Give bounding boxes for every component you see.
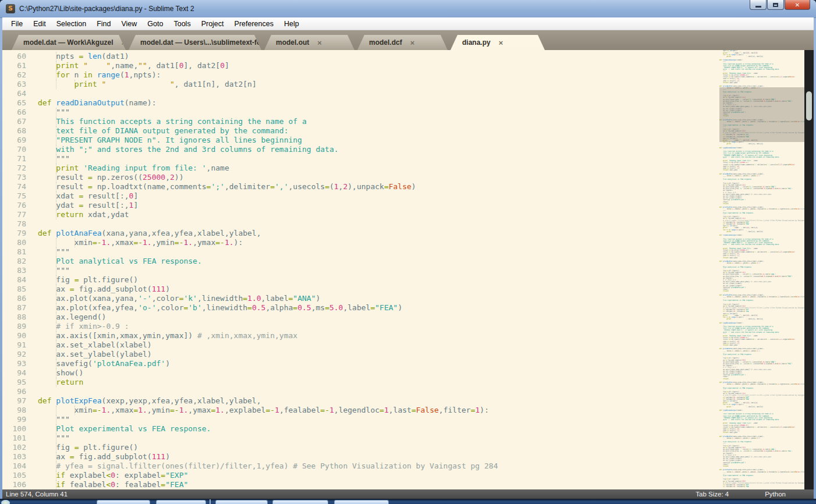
code-line[interactable]: 60 npts = len(dat1) bbox=[2, 52, 719, 61]
tab-close-icon[interactable]: × bbox=[499, 39, 503, 47]
code-line[interactable]: 91 ax.set_xlabel(xlabel) bbox=[2, 340, 719, 350]
taskbar-button[interactable] bbox=[97, 500, 150, 504]
menu-selection[interactable]: Selection bbox=[51, 17, 91, 30]
code-line[interactable]: 99 """ bbox=[2, 415, 719, 424]
code-line[interactable]: 69 "PRESENT GRAPH NODE n". It ignores al… bbox=[2, 136, 719, 145]
code-line[interactable]: 96 bbox=[2, 387, 719, 396]
tab-label: diana.py bbox=[462, 38, 491, 47]
code-line[interactable]: 105 if explabel<0: explabel="EXP" bbox=[2, 471, 719, 480]
taskbar-button[interactable] bbox=[215, 500, 268, 504]
code-line[interactable]: 80 xmin=-1.,xmax=-1.,ymin=-1.,ymax=-1.): bbox=[2, 238, 719, 247]
menu-tools[interactable]: Tools bbox=[168, 17, 196, 30]
tab-model.dcf[interactable]: model.dcf× bbox=[357, 35, 448, 50]
code-line[interactable]: 101 """ bbox=[2, 434, 719, 443]
indent-guide bbox=[56, 368, 56, 378]
menu-file[interactable]: File bbox=[6, 17, 28, 30]
code-line[interactable]: 65def readDianaOutput(name): bbox=[2, 98, 719, 108]
code-line[interactable]: 97def plotExpFea(xexp,yexp,xfea,yfea,xla… bbox=[2, 396, 719, 406]
minimize-button[interactable] bbox=[750, 0, 767, 10]
line-number: 80 bbox=[2, 238, 26, 247]
menu-help[interactable]: Help bbox=[279, 17, 304, 30]
line-number: 62 bbox=[2, 70, 26, 80]
code-line[interactable]: 61 print " ",name,"", dat1[0], dat2[0] bbox=[2, 61, 719, 70]
tab-diana.py[interactable]: diana.py× bbox=[450, 35, 545, 50]
code-line[interactable]: 70 with ";" and stores the 2nd and 3rd c… bbox=[2, 145, 719, 154]
taskbar-button[interactable] bbox=[272, 500, 328, 504]
menu-find[interactable]: Find bbox=[91, 17, 116, 30]
code-line[interactable]: 84 fig = plt.figure() bbox=[2, 275, 719, 285]
editor[interactable]: 60 npts = len(dat1)61 print " ",name,"",… bbox=[2, 50, 814, 489]
code-line[interactable]: 90 ax.axis([xmin,xmax,ymin,ymax]) # ,xmi… bbox=[2, 331, 719, 340]
code-line[interactable]: 79def plotAnaFea(xana,yana,xfea,yfea,xla… bbox=[2, 229, 719, 238]
indent-guide bbox=[56, 350, 56, 359]
code-line[interactable]: 104 # yfea = signal.lfilter(ones(filter)… bbox=[2, 462, 719, 471]
tab-close-icon[interactable]: × bbox=[121, 39, 126, 47]
code-line[interactable]: 62 for n in range(1,npts): bbox=[2, 70, 719, 80]
line-number: 88 bbox=[2, 313, 26, 322]
code-line[interactable]: 100 Plot experimental vs FEA response. bbox=[2, 424, 719, 434]
line-number: 72 bbox=[2, 164, 26, 173]
code-line[interactable]: 68 text file of DIANA output generated b… bbox=[2, 126, 719, 136]
code-line[interactable]: 77 return xdat,ydat bbox=[2, 210, 719, 219]
tab-model.dat-work-akguzel[interactable]: model.dat — Work\Akguzel× bbox=[12, 35, 126, 50]
line-number: 94 bbox=[2, 368, 26, 378]
scrollbar-thumb[interactable] bbox=[806, 91, 812, 120]
taskbar-button[interactable] bbox=[156, 500, 206, 504]
code-line[interactable]: 72 print 'Reading input from file: ',nam… bbox=[2, 164, 719, 173]
code-line[interactable]: 92 ax.set_ylabel(ylabel) bbox=[2, 350, 719, 359]
start-orb-icon[interactable] bbox=[1, 500, 10, 504]
minimap[interactable]: npts = len(dat1) print " ",name,"", dat1… bbox=[719, 50, 804, 489]
code-line[interactable]: 86 ax.plot(xana,yana,'-',color='k',linew… bbox=[2, 294, 719, 303]
minimap-viewport[interactable] bbox=[719, 87, 804, 142]
indent-guide bbox=[56, 303, 56, 313]
menu-preferences[interactable]: Preferences bbox=[229, 17, 279, 30]
maximize-button[interactable] bbox=[767, 0, 784, 10]
tab-size-indicator[interactable]: Tab Size: 4 bbox=[696, 491, 729, 498]
windows-taskbar[interactable] bbox=[0, 499, 816, 504]
tab-close-icon[interactable]: × bbox=[317, 39, 322, 47]
code-line[interactable]: 66 """ bbox=[2, 108, 719, 117]
syntax-mode-indicator[interactable]: Python bbox=[765, 491, 786, 498]
code-line[interactable]: 82 Plot analytical vs FEA response. bbox=[2, 257, 719, 266]
code-line[interactable]: 95 return bbox=[2, 378, 719, 387]
tab-close-icon[interactable]: × bbox=[410, 39, 415, 47]
code-line[interactable]: 87 ax.plot(xfea,yfea,'o-',color='b',line… bbox=[2, 303, 719, 313]
line-number: 84 bbox=[2, 275, 26, 285]
code-line[interactable]: 98 xmin=-1.,xmax=1.,ymin=-1.,ymax=1.,exp… bbox=[2, 406, 719, 415]
line-number: 87 bbox=[2, 303, 26, 313]
code-line[interactable]: 93 savefig('plotAnaFea.pdf') bbox=[2, 359, 719, 368]
code-line[interactable]: 88 ax.legend() bbox=[2, 313, 719, 322]
code-line[interactable]: 94 show() bbox=[2, 368, 719, 378]
menu-edit[interactable]: Edit bbox=[28, 17, 51, 30]
taskbar-button[interactable] bbox=[334, 500, 389, 504]
code-line[interactable]: 71 """ bbox=[2, 154, 719, 164]
code-line[interactable]: 83 """ bbox=[2, 266, 719, 275]
scrollbar[interactable] bbox=[804, 50, 814, 489]
code-line[interactable]: 106 if fealabel<0: fealabel="FEA" bbox=[2, 480, 719, 489]
code-line[interactable]: 102 fig = plt.figure() bbox=[2, 443, 719, 452]
code-line[interactable]: 64 bbox=[2, 89, 719, 98]
indent-guide bbox=[56, 359, 56, 368]
code-line[interactable]: 75 xdat = result[:,0] bbox=[2, 191, 719, 201]
code-line[interactable]: 85 ax = fig.add_subplot(111) bbox=[2, 285, 719, 294]
status-right-group: Tab Size: 4 Python bbox=[696, 491, 810, 498]
tab-model.dat-users-...-sublimetext-fea[interactable]: model.dat — Users\...\sublimetext-fea× bbox=[129, 35, 261, 50]
code-line[interactable]: 76 ydat = result[:,1] bbox=[2, 201, 719, 210]
tab-model.out[interactable]: model.out× bbox=[264, 35, 354, 50]
code-line[interactable]: 81 """ bbox=[2, 247, 719, 257]
code-line[interactable]: 63 print " ", dat1[n], dat2[n] bbox=[2, 80, 719, 89]
code-line[interactable]: 74 result = np.loadtxt(name,comments=';'… bbox=[2, 182, 719, 191]
code-line[interactable]: 78 bbox=[2, 219, 719, 229]
close-button[interactable]: ✕ bbox=[785, 0, 810, 10]
menu-project[interactable]: Project bbox=[196, 17, 229, 30]
code-line[interactable]: 103 ax = fig.add_subplot(111) bbox=[2, 452, 719, 462]
code-line[interactable]: 89 # if xmin>-0.9 : bbox=[2, 322, 719, 331]
minimize-icon bbox=[755, 6, 761, 8]
menu-view[interactable]: View bbox=[116, 17, 142, 30]
menu-goto[interactable]: Goto bbox=[142, 17, 168, 30]
code-area[interactable]: 60 npts = len(dat1)61 print " ",name,"",… bbox=[2, 52, 719, 489]
title-bar[interactable]: S C:\Python27\Lib\site-packages\diana.py… bbox=[0, 0, 816, 18]
indent-guide bbox=[56, 210, 56, 219]
code-line[interactable]: 73 result = np.zeros((25000,2)) bbox=[2, 173, 719, 182]
code-line[interactable]: 67 This function accepts a string contai… bbox=[2, 117, 719, 126]
